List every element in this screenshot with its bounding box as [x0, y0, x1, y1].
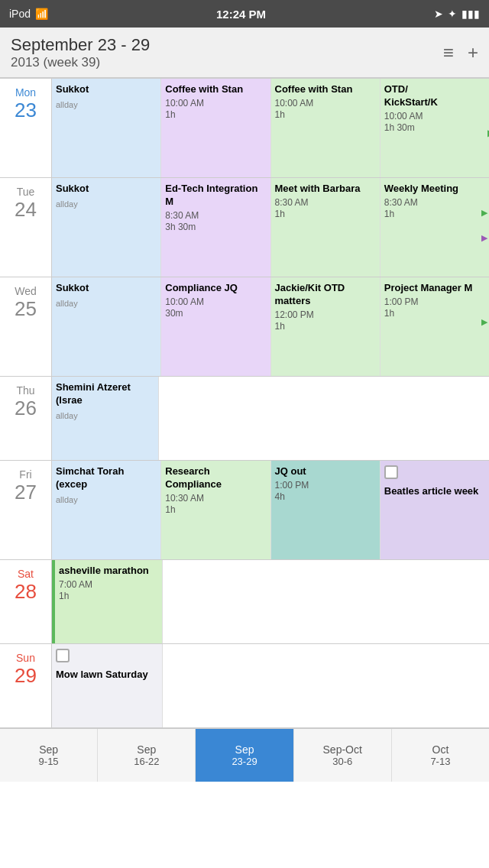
event-title: Simchat Torah (excep [56, 465, 157, 491]
nav-main-label: Sep-Oct [323, 743, 362, 756]
nav-sep-9-15[interactable]: Sep 9-15 [0, 729, 98, 782]
day-name-fri: Fri [19, 468, 31, 481]
day-num-mon: 23 [15, 99, 37, 122]
event-weekly-tue[interactable]: Weekly Meeting 8:30 AM 1h ▶ ▶ [381, 178, 489, 277]
event-edtech-tue[interactable]: Ed-Tech Integration M 8:30 AM 3h 30m [161, 178, 270, 277]
location-icon: ➤ [434, 8, 443, 20]
day-label-wed: Wed 25 [0, 277, 52, 376]
day-label-tue: Tue 24 [0, 178, 52, 277]
event-coffee2-mon[interactable]: Coffee with Stan 10:00 AM 1h [271, 79, 381, 177]
nav-sub-label: 7-13 [430, 756, 450, 767]
day-num-thu: 26 [15, 397, 37, 420]
day-num-tue: 24 [15, 198, 37, 222]
event-coffee1-mon[interactable]: Coffee with Stan 10:00 AM 1h [161, 79, 270, 177]
nav-sub-label: 23-29 [232, 756, 257, 767]
event-compliance-wed[interactable]: Compliance JQ 10:00 AM 30m [161, 277, 270, 376]
event-title: Mow lawn Saturday [56, 669, 158, 682]
event-project-wed[interactable]: Project Manager M 1:00 PM 1h ▶ [381, 277, 489, 376]
event-time: 12:00 PM [275, 309, 376, 322]
events-row-wed: Sukkot allday Compliance JQ 10:00 AM 30m… [52, 277, 489, 376]
event-title: Beatles article week [384, 485, 485, 498]
nav-main-label: Sep [137, 743, 156, 756]
events-row-sun: Mow lawn Saturday [52, 644, 489, 727]
allday-label: allday [56, 199, 157, 209]
header-icons: ≡ + [443, 42, 478, 63]
event-title: OTD/KickStart/K [384, 83, 485, 109]
bottom-navigation: Sep 9-15 Sep 16-22 Sep 23-29 Sep-Oct 30-… [0, 728, 489, 782]
event-jqout-fri[interactable]: JQ out 1:00 PM 4h [271, 461, 381, 559]
wifi-icon: 📶 [35, 8, 48, 20]
event-time: 8:30 AM [384, 197, 485, 209]
event-title: Jackie/Kit OTD matters [275, 282, 376, 308]
status-bar: iPod 📶 12:24 PM ➤ ✦ ▮▮▮ [0, 0, 489, 28]
status-left: iPod 📶 [9, 8, 48, 20]
day-label-mon: Mon 23 [0, 79, 52, 177]
day-num-fri: 27 [15, 481, 37, 504]
event-title: Research Compliance [165, 465, 266, 491]
event-duration: 1h [59, 591, 158, 603]
event-title: Sukkot [56, 282, 157, 295]
event-time: 10:00 AM [165, 98, 266, 110]
event-duration: 1h [384, 308, 485, 320]
calendar-header: September 23 - 29 2013 (week 39) ≡ + [0, 28, 489, 78]
mow-checkbox[interactable] [56, 649, 70, 662]
nav-sep-oct-30-6[interactable]: Sep-Oct 30-6 [294, 729, 392, 782]
event-time: 10:30 AM [165, 493, 266, 505]
add-event-icon[interactable]: + [468, 42, 478, 63]
event-time: 1:00 PM [275, 480, 376, 492]
allday-label: allday [56, 298, 157, 309]
event-mow-sun[interactable]: Mow lawn Saturday [52, 644, 163, 727]
event-title: Coffee with Stan [165, 83, 266, 96]
menu-icon[interactable]: ≡ [443, 42, 454, 63]
header-title-block: September 23 - 29 2013 (week 39) [11, 35, 150, 71]
event-beatles-fri[interactable]: Beatles article week [381, 461, 489, 559]
event-empty-sat [163, 560, 489, 643]
event-title: Sukkot [56, 83, 157, 96]
calendar-row-tue: Tue 24 Sukkot allday Ed-Tech Integration… [0, 178, 489, 277]
nav-sub-label: 30-6 [332, 756, 352, 767]
event-duration: 1h [384, 209, 485, 221]
day-num-sun: 29 [15, 664, 37, 688]
calendar-grid: Mon 23 Sukkot allday Coffee with Stan 10… [0, 78, 489, 728]
event-jackie-wed[interactable]: Jackie/Kit OTD matters 12:00 PM 1h [271, 277, 381, 376]
beatles-checkbox[interactable] [384, 465, 398, 479]
nav-sep-16-22[interactable]: Sep 16-22 [98, 729, 196, 782]
nav-main-label: Sep [39, 743, 58, 756]
event-duration: 1h [165, 109, 266, 121]
nav-oct-7-13[interactable]: Oct 7-13 [392, 729, 489, 782]
event-time: 10:00 AM [275, 98, 376, 110]
event-marathon-sat[interactable]: asheville marathon 7:00 AM 1h [52, 560, 163, 643]
calendar-row-sun: Sun 29 Mow lawn Saturday [0, 644, 489, 728]
event-duration: 1h [275, 109, 376, 121]
allday-label: allday [56, 99, 157, 110]
event-sukkot-wed[interactable]: Sukkot allday [52, 277, 161, 376]
day-name-wed: Wed [15, 285, 37, 297]
day-label-thu: Thu 26 [0, 377, 52, 460]
event-title: Compliance JQ [165, 282, 266, 295]
day-name-mon: Mon [15, 86, 36, 99]
event-sukkot-mon[interactable]: Sukkot allday [52, 79, 161, 177]
day-num-wed: 25 [15, 297, 37, 321]
arrow-green-icon: ▶ [481, 207, 487, 218]
event-duration: 1h 30m [384, 122, 485, 134]
event-otd-mon[interactable]: OTD/KickStart/K 10:00 AM 1h 30m [381, 79, 489, 177]
event-time: 10:00 AM [384, 111, 485, 123]
calendar-row-wed: Wed 25 Sukkot allday Compliance JQ 10:00… [0, 277, 489, 377]
week-range: September 23 - 29 [11, 35, 150, 55]
nav-sep-23-29[interactable]: Sep 23-29 [196, 729, 293, 782]
nav-sub-label: 16-22 [134, 756, 159, 767]
event-simchat-fri[interactable]: Simchat Torah (excep allday [52, 461, 161, 559]
event-duration: 1h [275, 209, 376, 221]
day-label-fri: Fri 27 [0, 461, 52, 559]
event-time: 10:00 AM [165, 296, 266, 309]
events-row-fri: Simchat Torah (excep allday Research Com… [52, 461, 489, 559]
day-num-sat: 28 [15, 580, 37, 604]
event-barbara-tue[interactable]: Meet with Barbara 8:30 AM 1h [271, 178, 381, 277]
battery-icon: ▮▮▮ [461, 8, 480, 20]
day-name-tue: Tue [17, 186, 35, 198]
event-sukkot-tue[interactable]: Sukkot allday [52, 178, 161, 277]
event-title: Shemini Atzeret (Israe [56, 381, 154, 407]
event-research-fri[interactable]: Research Compliance 10:30 AM 1h [161, 461, 270, 559]
calendar-row-fri: Fri 27 Simchat Torah (excep allday Resea… [0, 461, 489, 560]
event-shemini-thu[interactable]: Shemini Atzeret (Israe allday [52, 377, 159, 460]
